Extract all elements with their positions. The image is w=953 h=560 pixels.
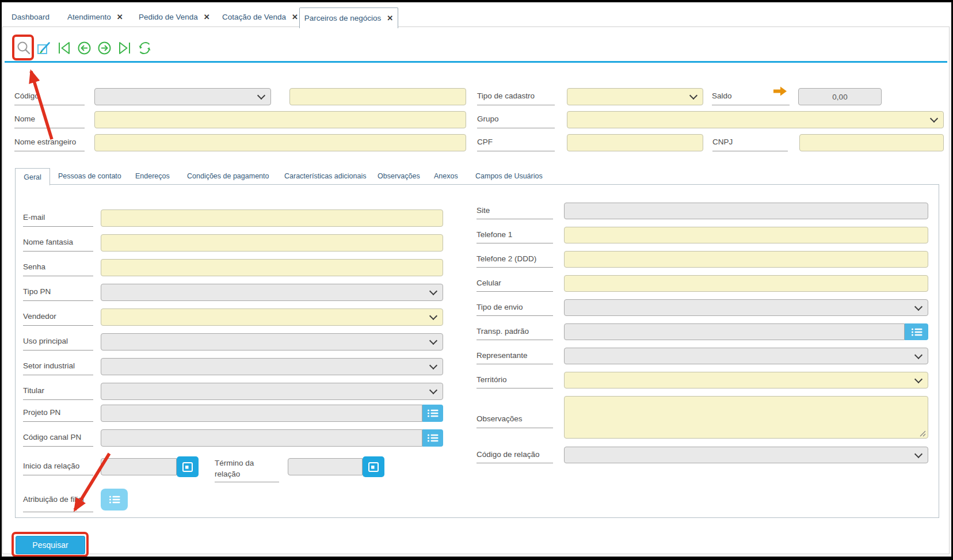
last-record-icon[interactable] — [117, 40, 132, 56]
nome-input[interactable] — [94, 111, 466, 128]
tab-anexos[interactable]: Anexos — [434, 168, 458, 184]
tab-atendimento[interactable]: Atendimento ✕ — [67, 7, 123, 26]
uso-principal-label: Uso principal — [23, 333, 93, 351]
tab-dashboard[interactable]: Dashboard — [12, 7, 49, 26]
codigo-de-relacao-select[interactable] — [564, 447, 928, 463]
tab-cotacao-de-venda[interactable]: Cotação de Venda ✕ — [222, 7, 298, 26]
chevron-down-icon — [914, 375, 922, 383]
projeto-pn-input[interactable] — [101, 405, 422, 422]
chevron-down-icon — [429, 337, 437, 345]
calendar-icon — [182, 461, 193, 473]
atribuicao-de-filial-label: Atribuição de filial — [23, 488, 93, 512]
transp-padrao-input[interactable] — [564, 323, 905, 340]
list-icon — [427, 409, 439, 418]
codigo-select[interactable] — [94, 88, 271, 105]
site-input[interactable] — [564, 203, 928, 219]
nome-fantasia-input[interactable] — [101, 234, 443, 252]
projeto-pn-label: Projeto PN — [23, 405, 93, 422]
window-border-left — [0, 0, 2, 560]
tab-caracteristicas-adicionais[interactable]: Características adicionais — [284, 168, 366, 184]
tab-label: Dashboard — [12, 13, 49, 21]
termino-da-relacao-label: Término da relação — [215, 456, 279, 482]
saldo-value: 0,00 — [798, 88, 882, 105]
cnpj-label: CNPJ — [712, 134, 788, 151]
toolbar-divider — [5, 61, 947, 63]
close-icon[interactable]: ✕ — [292, 13, 298, 21]
previous-record-icon[interactable] — [77, 40, 92, 56]
territorio-label: Território — [476, 372, 553, 388]
codigo-label: Código — [14, 88, 85, 105]
tipo-de-envio-select[interactable] — [564, 299, 928, 316]
inicio-da-relacao-calendar-button[interactable] — [177, 456, 199, 477]
saldo-arrow-icon — [773, 86, 787, 96]
observacoes-label: Observações — [476, 403, 553, 428]
transp-padrao-list-button[interactable] — [905, 323, 928, 340]
observacoes-textarea[interactable] — [564, 396, 928, 439]
codigo-input[interactable] — [289, 88, 466, 105]
email-input[interactable] — [101, 209, 443, 227]
tab-geral[interactable]: Geral — [15, 168, 50, 185]
celular-label: Celular — [476, 275, 553, 292]
annotation-box-search — [12, 35, 34, 60]
telefone-2-input[interactable] — [564, 251, 928, 268]
titular-select[interactable] — [101, 383, 443, 400]
telefone-1-input[interactable] — [564, 227, 928, 243]
setor-industrial-label: Setor industrial — [23, 358, 93, 375]
close-icon[interactable]: ✕ — [387, 14, 393, 22]
chevron-down-icon — [930, 115, 938, 123]
tab-condicoes-de-pagamento[interactable]: Condições de pagamento — [187, 168, 269, 184]
vendedor-select[interactable] — [101, 308, 443, 326]
tipo-de-cadastro-label: Tipo de cadastro — [477, 88, 555, 105]
tipo-pn-label: Tipo PN — [23, 284, 93, 301]
list-icon — [427, 433, 439, 443]
edit-icon[interactable] — [36, 40, 52, 56]
atribuicao-de-filial-list-button[interactable] — [101, 489, 128, 511]
tab-label: Cotação de Venda — [222, 13, 286, 21]
nome-estrangeiro-input[interactable] — [94, 134, 466, 151]
close-icon[interactable]: ✕ — [117, 13, 123, 21]
cpf-label: CPF — [477, 134, 555, 151]
window-border-top — [0, 0, 953, 2]
tab-parceiros-de-negocios[interactable]: Parceiros de negócios ✕ — [299, 7, 398, 28]
territorio-select[interactable] — [564, 372, 928, 388]
annotation-box-pesquisar — [12, 532, 89, 557]
first-record-icon[interactable] — [56, 40, 72, 56]
senha-input[interactable] — [101, 259, 443, 276]
chevron-down-icon — [429, 312, 437, 320]
setor-industrial-select[interactable] — [101, 358, 443, 375]
tab-pessoas-de-contato[interactable]: Pessoas de contato — [58, 168, 121, 184]
chevron-down-icon — [429, 361, 437, 369]
tipo-pn-select[interactable] — [101, 284, 443, 301]
termino-da-relacao-input[interactable] — [288, 458, 363, 475]
projeto-pn-list-button[interactable] — [422, 405, 443, 422]
cnpj-input[interactable] — [799, 134, 944, 151]
tab-enderecos[interactable]: Endereços — [135, 168, 170, 184]
inicio-da-relacao-input[interactable] — [101, 458, 177, 475]
app-window: Dashboard Atendimento ✕ Pedido de Venda … — [0, 0, 953, 560]
codigo-canal-pn-input[interactable] — [101, 429, 422, 447]
celular-input[interactable] — [564, 275, 928, 292]
next-record-icon[interactable] — [97, 40, 112, 56]
representante-select[interactable] — [564, 348, 928, 364]
refresh-icon[interactable] — [137, 40, 153, 56]
tab-campos-de-usuarios[interactable]: Campos de Usuários — [475, 168, 543, 184]
window-border-bottom — [0, 557, 953, 560]
chevron-down-icon — [429, 287, 437, 295]
chevron-down-icon — [914, 351, 922, 359]
list-icon — [911, 327, 922, 337]
tipo-de-cadastro-select[interactable] — [567, 88, 703, 105]
termino-da-relacao-calendar-button[interactable] — [363, 456, 384, 477]
codigo-canal-pn-list-button[interactable] — [422, 429, 443, 447]
cpf-input[interactable] — [567, 134, 703, 151]
tab-pedido-de-venda[interactable]: Pedido de Venda ✕ — [139, 7, 210, 26]
tab-observacoes[interactable]: Observações — [378, 168, 420, 184]
senha-label: Senha — [23, 259, 93, 276]
record-toolbar — [16, 40, 153, 56]
grupo-select[interactable] — [567, 111, 944, 128]
close-icon[interactable]: ✕ — [204, 13, 210, 21]
resize-handle-icon[interactable] — [920, 431, 926, 437]
uso-principal-select[interactable] — [101, 333, 443, 351]
inicio-da-relacao-label: Inicio da relação — [23, 458, 93, 475]
chevron-down-icon — [914, 449, 922, 458]
codigo-canal-pn-label: Código canal PN — [23, 429, 93, 447]
